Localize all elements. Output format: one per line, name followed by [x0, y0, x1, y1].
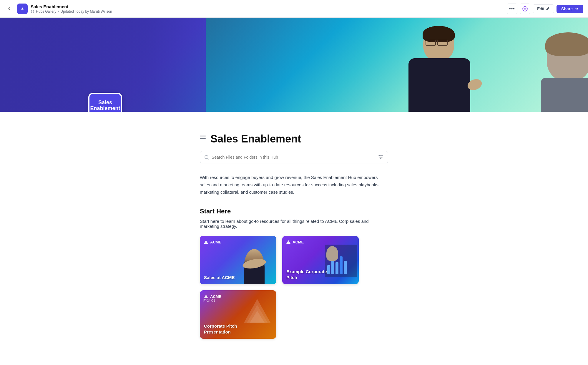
card-2-acme-logo: ACME [286, 239, 304, 245]
start-here-section: Start Here Start here to learn about go-… [117, 199, 471, 339]
acme-symbol-icon-3 [203, 294, 209, 299]
nav-subtitle: Hubs Gallery • Updated Today by Maruti W… [31, 9, 112, 14]
more-options-button[interactable]: ••• [507, 4, 517, 14]
hero-photo-area [206, 18, 588, 112]
section-title-start-here: Start Here [200, 208, 388, 215]
svg-rect-4 [33, 11, 34, 13]
hub-logo-text-line1: Sales [98, 100, 112, 106]
svg-point-11 [382, 157, 383, 158]
content-header: Sales Enablement [117, 112, 471, 151]
svg-point-8 [525, 8, 526, 9]
person-listening [529, 32, 588, 112]
card-3-tag: FY24 Q1 [203, 299, 215, 302]
filter-icon [378, 154, 384, 160]
acme-symbol-icon-2 [286, 239, 291, 245]
svg-point-12 [381, 158, 381, 159]
hub-logo-text-line2: Enablement [90, 106, 120, 112]
share-icon [574, 7, 579, 11]
svg-rect-2 [33, 10, 34, 11]
card-3-brand: ACME [210, 294, 221, 299]
hub-brand-icon [17, 4, 28, 14]
nav-left: Sales Enablement Hubs Gallery • Updated … [5, 4, 112, 14]
breadcrumb-dot: • [58, 9, 59, 14]
sidebar-toggle-button[interactable] [200, 135, 206, 139]
page-title: Sales Enablement [210, 132, 301, 145]
cards-row: ACME Sales at ACME ACME [200, 236, 388, 339]
card-1-acme-logo: ACME [203, 239, 221, 245]
share-button[interactable]: Share [557, 5, 583, 13]
ai-button[interactable] [520, 4, 530, 14]
search-section [117, 151, 471, 163]
card-3-label: Corporate Pitch Presentation [204, 323, 251, 335]
hub-logo: Sales Enablement [88, 93, 122, 112]
card-sales-at-acme[interactable]: ACME Sales at ACME [200, 236, 276, 284]
search-icon [204, 155, 209, 160]
acme-symbol-icon [203, 239, 209, 245]
person-speaking [403, 24, 485, 112]
hub-logo-container: Sales Enablement [88, 93, 122, 112]
search-bar-container [200, 151, 388, 163]
nav-title: Sales Enablement [31, 4, 112, 9]
svg-rect-1 [31, 10, 32, 11]
edit-icon [546, 7, 550, 11]
card-1-label: Sales at ACME [204, 275, 235, 281]
svg-point-10 [379, 155, 380, 156]
search-input[interactable] [212, 155, 376, 160]
card-corporate-pitch[interactable]: ACME FY24 Q1 Corporate Pitch Presentatio… [200, 290, 276, 339]
card-example-corporate-pitch[interactable]: ACME Example Corporate Pi [282, 236, 359, 284]
card-1-brand: ACME [210, 240, 221, 244]
ai-icon [522, 6, 528, 12]
updated-text: Updated Today by Maruti Willson [61, 9, 112, 14]
breadcrumb-label[interactable]: Hubs Gallery [36, 9, 56, 14]
svg-point-9 [205, 155, 208, 159]
section-subtitle-start-here: Start here to learn about go-to resource… [200, 219, 388, 229]
back-button[interactable] [5, 4, 14, 14]
card-2-label: Example Corporate Pitch [286, 269, 333, 280]
description-section: With resources to engage buyers and grow… [117, 169, 471, 199]
hub-description: With resources to engage buyers and grow… [200, 174, 388, 196]
hubs-gallery-icon [31, 9, 34, 13]
card-1-photo [238, 243, 276, 284]
top-navigation: Sales Enablement Hubs Gallery • Updated … [0, 0, 588, 18]
card-3-acme-logo: ACME [203, 294, 221, 299]
main-content: Sales Enablement With resources to engag… [117, 112, 471, 356]
svg-point-7 [524, 8, 524, 9]
nav-title-block: Sales Enablement Hubs Gallery • Updated … [31, 4, 112, 14]
svg-rect-3 [31, 11, 32, 13]
hero-banner: Sales Enablement [0, 18, 588, 112]
filter-button[interactable] [378, 154, 384, 160]
card-2-brand: ACME [293, 240, 304, 244]
edit-button[interactable]: Edit [533, 4, 554, 13]
nav-right: ••• Edit Share [507, 4, 583, 14]
